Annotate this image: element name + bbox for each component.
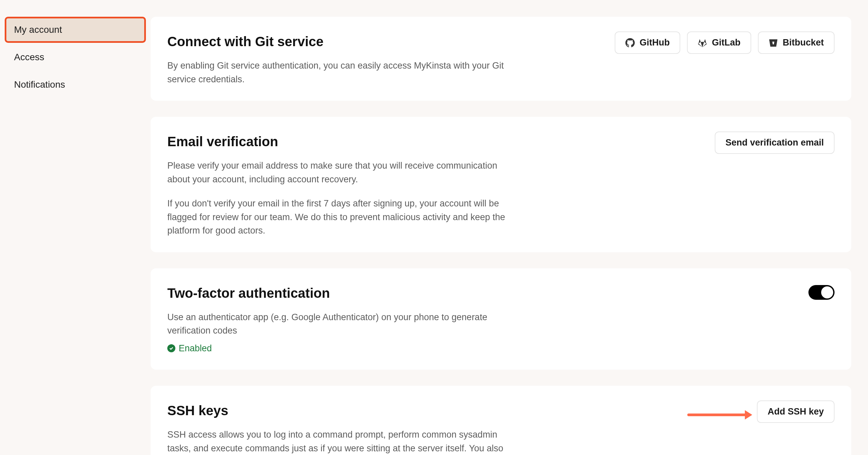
github-button[interactable]: GitHub <box>615 31 680 54</box>
twofa-title: Two-factor authentication <box>167 283 508 303</box>
email-verification-p1: Please verify your email address to make… <box>167 159 508 186</box>
bitbucket-button[interactable]: Bitbucket <box>758 31 835 54</box>
twofa-status-label: Enabled <box>179 342 212 355</box>
email-verification-text: Email verification Please verify your em… <box>167 131 508 237</box>
sidebar-item-label: Notifications <box>14 79 65 90</box>
email-verification-title: Email verification <box>167 131 508 152</box>
ssh-keys-actions: Add SSH key <box>687 400 835 423</box>
git-service-text: Connect with Git service By enabling Git… <box>167 31 508 86</box>
twofa-text: Two-factor authentication Use an authent… <box>167 283 508 355</box>
github-label: GitHub <box>640 37 670 48</box>
email-verification-card: Email verification Please verify your em… <box>151 117 851 252</box>
sidebar-item-label: My account <box>14 25 62 35</box>
twofa-status: Enabled <box>167 342 212 355</box>
bitbucket-icon <box>769 38 778 47</box>
git-service-card: Connect with Git service By enabling Git… <box>151 17 851 101</box>
git-provider-actions: GitHub GitLab Bitbucket <box>615 31 835 54</box>
ssh-keys-description: SSH access allows you to log into a comm… <box>167 428 508 455</box>
gitlab-button[interactable]: GitLab <box>687 31 751 54</box>
check-icon <box>167 344 175 352</box>
annotation-arrow-icon <box>687 414 751 416</box>
send-verification-label: Send verification email <box>725 137 824 148</box>
sidebar: My account Access Notifications <box>0 17 151 455</box>
git-service-description: By enabling Git service authentication, … <box>167 59 508 86</box>
ssh-keys-text: SSH keys SSH access allows you to log in… <box>167 400 508 455</box>
sidebar-item-my-account[interactable]: My account <box>5 17 146 43</box>
add-ssh-key-button[interactable]: Add SSH key <box>757 400 835 423</box>
toggle-knob <box>821 286 833 298</box>
bitbucket-label: Bitbucket <box>783 37 824 48</box>
twofa-card: Two-factor authentication Use an authent… <box>151 268 851 370</box>
twofa-description: Use an authenticator app (e.g. Google Au… <box>167 311 508 337</box>
sidebar-item-access[interactable]: Access <box>5 44 146 70</box>
git-service-title: Connect with Git service <box>167 31 508 52</box>
gitlab-icon <box>698 38 707 47</box>
github-icon <box>625 38 635 47</box>
email-verification-actions: Send verification email <box>715 131 835 154</box>
main-content: Connect with Git service By enabling Git… <box>151 17 868 455</box>
email-verification-p2: If you don't verify your email in the fi… <box>167 197 508 237</box>
ssh-keys-title: SSH keys <box>167 400 508 421</box>
ssh-keys-card: SSH keys SSH access allows you to log in… <box>151 386 851 455</box>
send-verification-button[interactable]: Send verification email <box>715 131 835 154</box>
add-ssh-key-label: Add SSH key <box>768 407 824 417</box>
gitlab-label: GitLab <box>712 37 741 48</box>
twofa-toggle[interactable] <box>808 285 835 300</box>
sidebar-item-notifications[interactable]: Notifications <box>5 72 146 98</box>
sidebar-item-label: Access <box>14 52 44 62</box>
